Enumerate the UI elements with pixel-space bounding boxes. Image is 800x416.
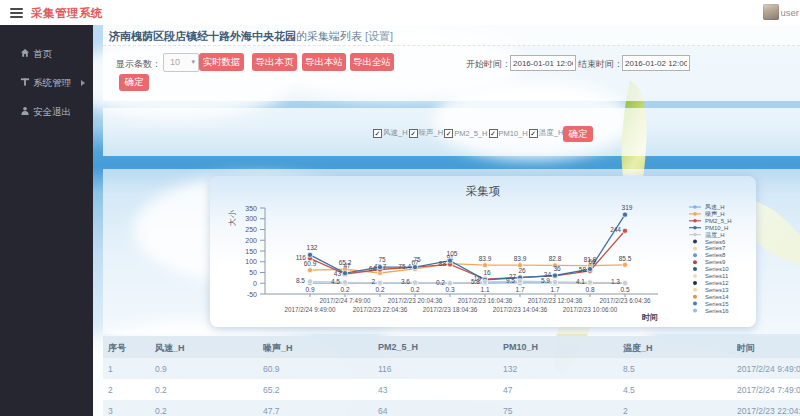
svg-text:250: 250	[245, 226, 257, 233]
svg-text:244: 244	[610, 226, 621, 233]
svg-text:风速_H: 风速_H	[705, 204, 725, 210]
table-cell: 8.5	[623, 364, 635, 374]
svg-text:200: 200	[245, 237, 257, 244]
svg-text:2017/2/24 7:49:00: 2017/2/24 7:49:00	[320, 297, 371, 304]
end-time-label: 结束时间：	[578, 58, 623, 71]
svg-text:Series8: Series8	[705, 252, 726, 258]
svg-text:75: 75	[378, 256, 386, 263]
svg-text:时间: 时间	[642, 313, 658, 322]
svg-text:2017/2/23 18:04:36: 2017/2/23 18:04:36	[423, 306, 478, 313]
svg-text:2017/2/23 14:04:36: 2017/2/23 14:04:36	[493, 306, 548, 313]
end-time-input[interactable]	[622, 55, 690, 71]
menu-icon[interactable]	[10, 8, 23, 19]
table-cell: 75	[503, 406, 512, 416]
filters-confirm-button[interactable]: 确定	[563, 126, 593, 142]
svg-text:Series7: Series7	[705, 245, 726, 251]
svg-text:2017/2/23 20:04:36: 2017/2/23 20:04:36	[388, 297, 443, 304]
checkbox-label: 噪声_H	[419, 128, 444, 138]
svg-text:2017/2/23 12:04:36: 2017/2/23 12:04:36	[528, 297, 583, 304]
svg-text:83.9: 83.9	[479, 255, 492, 262]
avatar[interactable]	[763, 4, 779, 20]
start-time-input[interactable]	[510, 55, 576, 71]
svg-text:4.5: 4.5	[331, 278, 340, 285]
svg-text:132: 132	[307, 244, 318, 251]
sidebar-item-logout[interactable]: 安全退出	[0, 101, 93, 125]
series-checkbox-温度_H[interactable]: ✓温度_H	[529, 128, 564, 138]
export-site-button[interactable]: 导出本站	[302, 53, 346, 71]
user-icon	[20, 106, 30, 116]
export-page-button[interactable]: 导出本页	[252, 53, 297, 71]
export-all-button[interactable]: 导出全站	[350, 53, 394, 71]
checkbox-icon[interactable]: ✓	[529, 129, 538, 138]
checkbox-icon[interactable]: ✓	[489, 129, 498, 138]
series-checkbox-噪声_H[interactable]: ✓噪声_H	[409, 128, 444, 138]
table-cell: 60.9	[263, 364, 280, 374]
checkbox-icon[interactable]: ✓	[444, 129, 453, 138]
svg-text:0.2: 0.2	[375, 286, 384, 293]
svg-text:4.1: 4.1	[576, 278, 585, 285]
user-name[interactable]: user	[781, 7, 799, 18]
home-icon	[20, 48, 30, 58]
checkbox-label: PM2_5_H	[454, 129, 487, 138]
chart-title: 采集项	[210, 184, 756, 199]
svg-text:Series16: Series16	[705, 308, 729, 314]
svg-text:Series13: Series13	[705, 287, 729, 293]
table-cell: 2017/2/23 22:04:36	[737, 406, 800, 416]
display-count-select[interactable]: 10 ▾	[163, 53, 199, 72]
display-count-label: 显示条数：	[116, 58, 161, 71]
table-cell: 4.5	[623, 385, 635, 395]
svg-text:36: 36	[553, 265, 561, 272]
checkbox-icon[interactable]: ✓	[373, 129, 382, 138]
table-cell: 116	[378, 364, 392, 374]
checkbox-label: 风速_H	[383, 128, 408, 138]
table-row: 20.265.243474.52017/2/24 7:49:00	[103, 379, 800, 400]
svg-text:0.5: 0.5	[620, 286, 629, 293]
table-cell: 65.2	[263, 385, 280, 395]
svg-text:300: 300	[245, 215, 257, 222]
svg-text:2: 2	[371, 278, 375, 285]
series-checkbox-PM10_H[interactable]: ✓PM10_H	[489, 128, 528, 138]
checkbox-icon[interactable]: ✓	[409, 129, 418, 138]
confirm-button[interactable]: 确定	[119, 74, 149, 91]
svg-text:Series6: Series6	[705, 239, 726, 245]
svg-text:64: 64	[369, 265, 377, 272]
svg-text:100: 100	[245, 258, 257, 265]
svg-text:Series15: Series15	[705, 301, 729, 307]
table-header: 序号 风速_H 噪声_H PM2_5_H PM10_H 温度_H 时间	[103, 336, 800, 358]
app-title: 采集管理系统	[31, 6, 103, 21]
sidebar: 首页 系统管理 安全退出	[0, 25, 93, 416]
svg-text:2017/2/24 9:49:00: 2017/2/24 9:49:00	[285, 306, 336, 313]
table-cell: 0.2	[155, 406, 167, 416]
svg-text:PM10_H: PM10_H	[705, 225, 728, 231]
svg-text:Series9: Series9	[705, 259, 726, 265]
table-cell: 3	[108, 406, 113, 416]
svg-text:5.8: 5.8	[471, 278, 480, 285]
svg-text:47: 47	[343, 262, 351, 269]
series-checkbox-PM2_5_H[interactable]: ✓PM2_5_H	[444, 128, 487, 138]
svg-text:温度_H: 温度_H	[705, 231, 725, 239]
table-cell: 43	[378, 385, 387, 395]
sidebar-item-home[interactable]: 首页	[0, 43, 93, 67]
svg-text:9.5: 9.5	[506, 277, 515, 284]
svg-text:0: 0	[253, 280, 257, 287]
realtime-data-button[interactable]: 实时数据	[199, 53, 244, 71]
page-title-bar: 济南槐荫区段店镇经十路外海中央花园的采集端列表[设置]	[103, 25, 800, 46]
table-cell: 47.7	[263, 406, 280, 416]
svg-text:Series12: Series12	[705, 280, 729, 286]
svg-text:58: 58	[579, 266, 587, 273]
svg-text:105: 105	[447, 250, 458, 257]
filters-panel: ✓风速_H✓噪声_H✓PM2_5_H✓PM10_H✓温度_H 确定	[103, 108, 800, 156]
svg-text:Series14: Series14	[705, 294, 729, 300]
series-checkbox-风速_H[interactable]: ✓风速_H	[373, 128, 408, 138]
svg-text:75.4: 75.4	[398, 263, 411, 270]
table-cell: 2	[623, 406, 628, 416]
sidebar-item-system[interactable]: 系统管理	[0, 72, 93, 96]
main-content: 济南槐荫区段店镇经十路外海中央花园的采集端列表[设置] 显示条数： 10 ▾ 实…	[93, 25, 800, 416]
svg-text:2017/2/23 22:04:36: 2017/2/23 22:04:36	[353, 306, 408, 313]
svg-text:1.3: 1.3	[611, 278, 620, 285]
svg-text:319: 319	[622, 204, 633, 211]
settings-link[interactable]: [设置]	[365, 30, 393, 42]
page-title: 济南槐荫区段店镇经十路外海中央花园的采集端列表[设置]	[109, 29, 393, 44]
series-checkbox-row: ✓风速_H✓噪声_H✓PM2_5_H✓PM10_H✓温度_H	[373, 128, 564, 138]
svg-text:1.7: 1.7	[550, 286, 559, 293]
